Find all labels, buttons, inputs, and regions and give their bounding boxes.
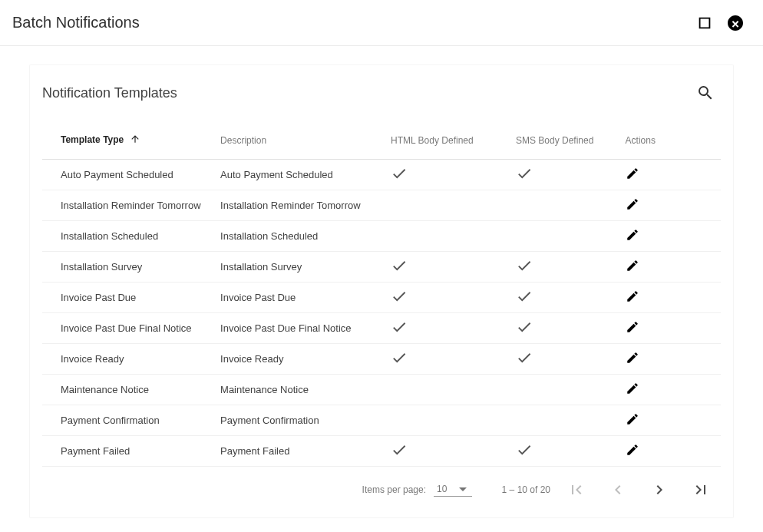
edit-button[interactable] — [626, 443, 639, 457]
table-row: Installation SurveyInstallation Survey — [42, 251, 721, 282]
col-header-description[interactable]: Description — [214, 122, 385, 159]
cell-template-type: Invoice Past Due — [42, 282, 214, 312]
pencil-icon — [626, 167, 639, 180]
page-size-value: 10 — [437, 484, 447, 494]
templates-table: Template Type Description HTML Body Defi… — [42, 122, 721, 467]
cell-template-type: Payment Confirmation — [42, 405, 214, 435]
cell-sms-body — [510, 435, 619, 466]
cell-actions — [619, 405, 721, 435]
check-icon — [391, 265, 408, 276]
pencil-icon — [626, 289, 639, 303]
chevron-right-icon — [650, 481, 669, 499]
col-header-html-body[interactable]: HTML Body Defined — [385, 122, 510, 159]
cell-html-body — [385, 343, 510, 374]
cell-sms-body — [510, 190, 619, 220]
last-page-button[interactable] — [685, 474, 716, 505]
cell-description: Installation Survey — [214, 251, 385, 282]
check-icon — [516, 265, 533, 276]
edit-button[interactable] — [626, 228, 639, 242]
dialog-title: Batch Notifications — [12, 14, 689, 31]
cell-html-body — [385, 374, 510, 405]
cell-template-type: Maintenance Notice — [42, 374, 214, 405]
edit-button[interactable] — [626, 412, 639, 426]
search-icon — [696, 84, 715, 102]
edit-button[interactable] — [626, 382, 639, 395]
cell-description: Invoice Past Due — [214, 282, 385, 312]
cell-sms-body — [510, 343, 619, 374]
pencil-icon — [626, 259, 639, 273]
cell-actions — [619, 220, 721, 251]
cell-html-body — [385, 282, 510, 312]
paginator: Items per page: 10 1 – 10 of 20 — [42, 467, 721, 505]
table-row: Maintenance NoticeMaintenance Notice — [42, 374, 721, 405]
card-title: Notification Templates — [42, 85, 690, 101]
cell-template-type: Invoice Ready — [42, 343, 214, 374]
table-row: Auto Payment ScheduledAuto Payment Sched… — [42, 159, 721, 190]
close-icon — [726, 14, 745, 32]
cell-sms-body — [510, 312, 619, 343]
cell-sms-body — [510, 220, 619, 251]
cell-actions — [619, 159, 721, 190]
cell-html-body — [385, 435, 510, 466]
check-icon — [391, 326, 408, 338]
first-page-button[interactable] — [561, 474, 592, 505]
cell-actions — [619, 190, 721, 220]
check-icon — [391, 296, 408, 307]
check-icon — [516, 173, 533, 184]
paginator-range-label: 1 – 10 of 20 — [483, 484, 550, 495]
pencil-icon — [626, 412, 639, 426]
cell-actions — [619, 251, 721, 282]
cell-description: Payment Failed — [214, 435, 385, 466]
previous-page-button[interactable] — [603, 474, 633, 505]
close-button[interactable] — [720, 8, 751, 38]
page-size-select[interactable]: 10 — [434, 482, 472, 497]
table-header-row: Template Type Description HTML Body Defi… — [42, 122, 721, 159]
table-row: Installation ScheduledInstallation Sched… — [42, 220, 721, 251]
edit-button[interactable] — [626, 351, 639, 365]
cell-html-body — [385, 159, 510, 190]
items-per-page-label: Items per page: — [362, 484, 426, 495]
check-icon — [391, 357, 408, 368]
cell-sms-body — [510, 374, 619, 405]
dropdown-icon — [459, 487, 467, 491]
next-page-button[interactable] — [644, 474, 675, 505]
cell-description: Payment Confirmation — [214, 405, 385, 435]
cell-html-body — [385, 220, 510, 251]
cell-template-type: Installation Survey — [42, 251, 214, 282]
pencil-icon — [626, 382, 639, 395]
search-button[interactable] — [690, 78, 721, 108]
table-row: Payment FailedPayment Failed — [42, 435, 721, 466]
cell-description: Maintenance Notice — [214, 374, 385, 405]
check-icon — [516, 296, 533, 307]
cell-template-type: Installation Scheduled — [42, 220, 214, 251]
edit-button[interactable] — [626, 197, 639, 211]
table-row: Installation Reminder TomorrowInstallati… — [42, 190, 721, 220]
cell-sms-body — [510, 282, 619, 312]
check-icon — [516, 449, 533, 461]
cell-description: Installation Scheduled — [214, 220, 385, 251]
table-row: Invoice ReadyInvoice Ready — [42, 343, 721, 374]
edit-button[interactable] — [626, 259, 639, 273]
cell-html-body — [385, 405, 510, 435]
cell-html-body — [385, 312, 510, 343]
cell-html-body — [385, 251, 510, 282]
col-header-actions: Actions — [619, 122, 721, 159]
check-icon — [391, 173, 408, 184]
cell-description: Invoice Ready — [214, 343, 385, 374]
notification-templates-card: Notification Templates Template Type Des… — [29, 64, 734, 518]
edit-button[interactable] — [626, 289, 639, 303]
chevron-left-icon — [609, 481, 627, 499]
maximize-button[interactable] — [689, 8, 720, 38]
edit-button[interactable] — [626, 320, 639, 334]
cell-template-type: Installation Reminder Tomorrow — [42, 190, 214, 220]
sort-ascending-icon — [130, 134, 140, 147]
check-icon — [391, 449, 408, 461]
col-header-template-type[interactable]: Template Type — [42, 122, 214, 159]
check-icon — [516, 326, 533, 338]
col-header-sms-body[interactable]: SMS Body Defined — [510, 122, 619, 159]
edit-button[interactable] — [626, 167, 639, 180]
last-page-icon — [692, 481, 710, 499]
cell-sms-body — [510, 405, 619, 435]
cell-description: Auto Payment Scheduled — [214, 159, 385, 190]
cell-sms-body — [510, 159, 619, 190]
